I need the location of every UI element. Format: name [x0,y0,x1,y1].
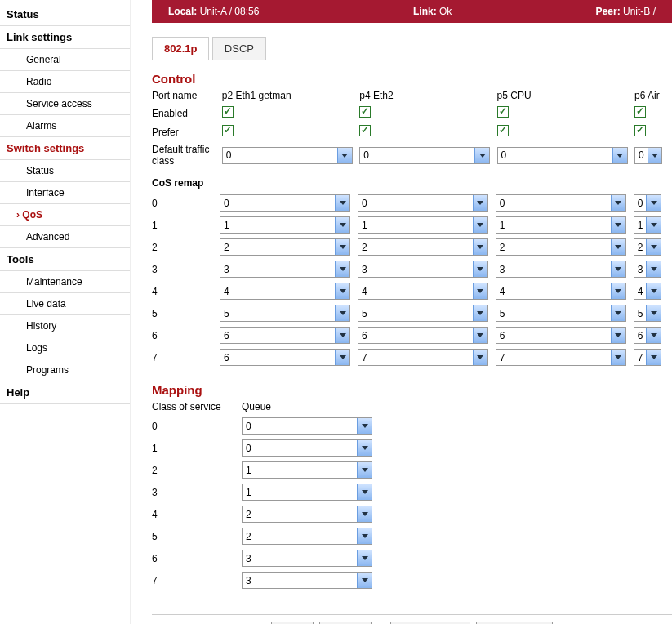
select[interactable]: 3 [496,261,626,278]
cos-label: Class of service [152,399,242,415]
select[interactable]: 6 [358,327,488,344]
select[interactable]: 5 [220,305,350,322]
enabled-checkbox-1[interactable] [359,106,371,118]
nav-item-sw-status[interactable]: Status [0,160,130,182]
nav-item-history[interactable]: History [0,315,130,337]
mapping-row-label: 4 [152,503,242,525]
default-tc-select-0[interactable]: 0 [222,147,353,164]
peer-label: Peer: [596,6,621,17]
mapping-row-label: 5 [152,525,242,547]
link-value[interactable]: Ok [439,6,452,17]
tab-8021p[interactable]: 802.1p [152,37,209,60]
select[interactable]: 4 [496,283,626,300]
nav-item-radio[interactable]: Radio [0,71,130,93]
select[interactable]: 3 [242,572,372,589]
select[interactable]: 6 [634,327,661,344]
cos-row-label: 1 [152,214,220,236]
select[interactable]: 2 [358,238,488,256]
select[interactable]: 5 [496,305,626,322]
select[interactable]: 1 [242,461,372,479]
enabled-checkbox-0[interactable] [222,106,234,118]
select[interactable]: 6 [220,327,350,344]
select[interactable]: 4 [358,283,488,300]
select[interactable]: 3 [358,261,488,278]
nav-item-general[interactable]: General [0,49,130,71]
nav-section-switch-settings[interactable]: Switch settings [0,137,130,160]
select[interactable]: 4 [634,283,661,300]
select[interactable]: 0 [358,194,488,212]
link-label: Link: [413,6,437,17]
chevron-down-icon [611,261,625,277]
nav-item-service-access[interactable]: Service access [0,93,130,115]
nav-item-alarms[interactable]: Alarms [0,115,130,137]
select[interactable]: 3 [242,550,372,567]
prefer-checkbox-1[interactable] [359,125,371,136]
nav-item-advanced[interactable]: Advanced [0,226,130,248]
nav-item-logs[interactable]: Logs [0,337,130,359]
select[interactable]: 6 [496,327,626,344]
select[interactable]: 0 [496,194,626,212]
nav-section-status[interactable]: Status [0,3,130,26]
select[interactable]: 2 [496,238,626,256]
nav-item-qos[interactable]: QoS [0,204,130,226]
select[interactable]: 1 [358,216,488,234]
prefer-label: Prefer [152,123,222,141]
control-table: Port name p2 Eth1 getman p4 Eth2 p5 CPU … [152,87,672,169]
default-tc-label: Default traffic class [152,141,222,169]
chevron-down-icon [646,305,660,321]
select[interactable]: 3 [634,261,661,278]
select[interactable]: 0 [220,194,350,212]
nav-item-live-data[interactable]: Live data [0,293,130,315]
mapping-row-label: 3 [152,481,242,503]
nav-item-programs[interactable]: Programs [0,359,130,381]
prefer-checkbox-3[interactable] [634,125,646,136]
chevron-down-icon [335,239,349,255]
select[interactable]: 1 [634,216,661,234]
nav-item-maintenance[interactable]: Maintenance [0,271,130,293]
nav-section-link-settings[interactable]: Link settings [0,26,130,49]
select[interactable]: 0 [242,439,372,457]
select[interactable]: 7 [496,349,626,366]
nav-item-interface[interactable]: Interface [0,182,130,204]
queue-label: Queue [242,399,276,415]
default-tc-select-1[interactable]: 0 [359,147,490,164]
chevron-down-icon [611,217,625,233]
select[interactable]: 2 [220,238,350,256]
select[interactable]: 2 [242,528,372,545]
select[interactable]: 0 [242,417,372,435]
sidebar: Status Link settings General Radio Servi… [0,0,131,624]
select[interactable]: 2 [634,238,661,256]
select[interactable]: 1 [242,484,372,501]
peer-value: Unit-B / 08:5 [623,6,656,40]
select[interactable]: 4 [220,283,350,300]
default-tc-select-3[interactable]: 0 [634,147,662,164]
cos-row-label: 6 [152,324,220,346]
select[interactable]: 7 [358,349,488,366]
select[interactable]: 5 [634,305,661,322]
select[interactable]: 5 [358,305,488,322]
port-header-2: p5 CPU [497,87,634,104]
chevron-down-icon [335,328,349,343]
nav-section-tools[interactable]: Tools [0,248,130,271]
enabled-checkbox-3[interactable] [634,106,646,118]
port-header-0: p2 Eth1 getman [222,87,359,104]
chevron-down-icon [646,239,660,255]
select[interactable]: 0 [634,194,661,212]
chevron-down-icon [357,506,372,522]
select[interactable]: 3 [220,261,350,278]
mapping-row-label: 6 [152,547,242,569]
enabled-checkbox-2[interactable] [497,106,509,118]
prefer-checkbox-0[interactable] [222,125,234,136]
nav-section-help[interactable]: Help [0,381,130,404]
select[interactable]: 2 [242,506,372,523]
select[interactable]: 1 [220,216,350,234]
mapping-title: Mapping [152,383,672,397]
select[interactable]: 6 [220,349,350,366]
select[interactable]: 7 [634,349,661,366]
prefer-checkbox-2[interactable] [497,125,509,136]
default-tc-select-2[interactable]: 0 [497,147,628,164]
chevron-down-icon [648,148,661,163]
select[interactable]: 1 [496,216,626,234]
topbar: Local: Unit-A / 08:56 Link: Ok Peer: Uni… [152,0,672,23]
tab-dscp[interactable]: DSCP [212,37,266,60]
